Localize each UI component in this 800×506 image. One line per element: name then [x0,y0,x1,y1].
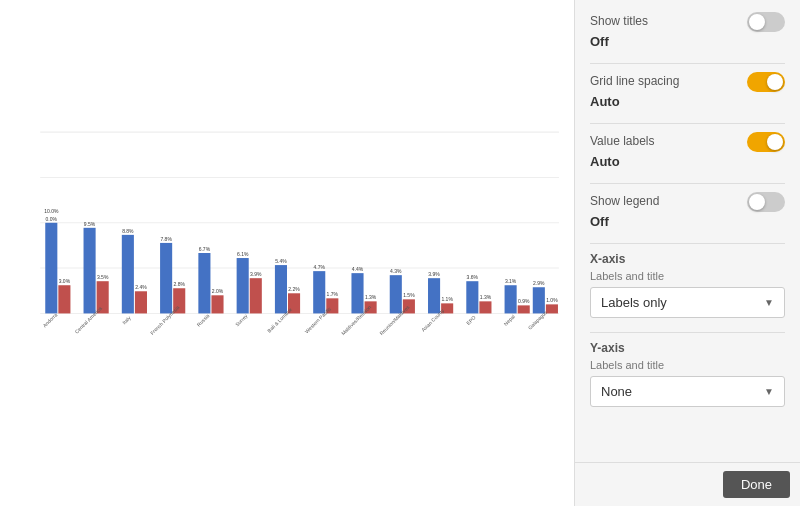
settings-panel: Show titles Off Grid line spacing Auto V… [575,0,800,506]
svg-text:1.3%: 1.3% [480,294,492,300]
svg-text:Italy: Italy [121,314,132,325]
svg-text:1.7%: 1.7% [327,291,339,297]
svg-text:3.6%: 3.6% [467,274,479,280]
svg-text:2.0%: 2.0% [212,288,224,294]
svg-rect-51 [390,275,402,313]
svg-text:10.0%: 10.0% [44,208,59,214]
show-legend-value: Off [590,214,785,229]
y-axis-sub-label: Labels and title [590,359,785,371]
svg-text:9.5%: 9.5% [84,221,96,227]
svg-rect-31 [237,258,249,313]
y-axis-section-label: Y-axis [590,341,785,355]
svg-text:4.7%: 4.7% [314,264,326,270]
svg-text:Surrey: Surrey [234,312,249,327]
value-labels-label: Value labels [590,134,655,148]
svg-rect-67 [518,305,530,313]
svg-text:3.9%: 3.9% [428,271,440,277]
done-button-area: Done [575,462,800,506]
svg-text:3.5%: 3.5% [97,274,109,280]
show-titles-setting: Show titles Off [590,12,785,49]
divider-4 [590,243,785,244]
svg-text:Russia: Russia [195,312,210,327]
x-axis-dropdown-container: Labels only ▼ [590,287,785,318]
divider-3 [590,183,785,184]
grid-line-spacing-setting: Grid line spacing Auto [590,72,785,109]
x-axis-chevron-down-icon: ▼ [764,297,774,308]
svg-text:6.1%: 6.1% [237,251,249,257]
svg-text:6.7%: 6.7% [199,246,211,252]
svg-text:1.1%: 1.1% [441,296,453,302]
grid-line-spacing-value: Auto [590,94,785,109]
svg-rect-56 [428,278,440,313]
svg-text:2.2%: 2.2% [288,286,300,292]
svg-text:4.4%: 4.4% [352,266,364,272]
x-axis-dropdown[interactable]: Labels only ▼ [590,287,785,318]
svg-rect-11 [84,228,96,314]
svg-text:7.8%: 7.8% [160,236,172,242]
y-axis-selected-value: None [601,384,632,399]
svg-text:Andorra: Andorra [41,312,58,329]
svg-text:EPO: EPO [465,314,477,326]
svg-text:2.9%: 2.9% [533,280,545,286]
svg-text:3.0%: 3.0% [59,278,71,284]
svg-text:8.8%: 8.8% [122,228,134,234]
svg-text:0.0%: 0.0% [46,216,58,222]
svg-rect-36 [275,265,287,313]
x-axis-selected-value: Labels only [601,295,667,310]
svg-text:2.4%: 2.4% [135,284,147,290]
svg-text:1.3%: 1.3% [365,294,377,300]
divider-2 [590,123,785,124]
svg-text:1.5%: 1.5% [403,292,415,298]
done-button[interactable]: Done [723,471,790,498]
svg-text:4.3%: 4.3% [390,268,402,274]
chart-area: 0.0% 10.0% 3.0% Andorra 9.5% 3.5% Centra… [0,0,575,506]
show-legend-setting: Show legend Off [590,192,785,229]
x-axis-sub-label: Labels and title [590,270,785,282]
svg-text:0.9%: 0.9% [518,298,530,304]
value-labels-value: Auto [590,154,785,169]
show-legend-label: Show legend [590,194,659,208]
x-axis-section-label: X-axis [590,252,785,266]
svg-rect-17 [135,291,147,313]
svg-rect-21 [160,243,172,314]
show-titles-value: Off [590,34,785,49]
svg-rect-26 [198,253,210,313]
svg-rect-46 [351,273,363,313]
svg-text:Nepal: Nepal [502,313,516,327]
grid-line-spacing-toggle[interactable] [747,72,785,92]
svg-text:3.1%: 3.1% [505,278,517,284]
svg-rect-32 [250,278,262,313]
svg-rect-5 [45,223,57,314]
svg-rect-41 [313,271,325,313]
x-axis-setting: X-axis Labels and title Labels only ▼ [590,252,785,318]
value-labels-toggle[interactable] [747,132,785,152]
divider-1 [590,63,785,64]
svg-rect-16 [122,235,134,314]
svg-text:5.4%: 5.4% [275,258,287,264]
divider-5 [590,332,785,333]
y-axis-chevron-down-icon: ▼ [764,386,774,397]
show-legend-toggle[interactable] [747,192,785,212]
show-titles-label: Show titles [590,14,648,28]
svg-rect-72 [546,304,558,313]
svg-rect-27 [211,295,223,313]
bar-chart: 0.0% 10.0% 3.0% Andorra 9.5% 3.5% Centra… [10,20,564,486]
show-titles-toggle[interactable] [747,12,785,32]
svg-text:3.9%: 3.9% [250,271,262,277]
y-axis-setting: Y-axis Labels and title None ▼ [590,341,785,407]
svg-text:2.8%: 2.8% [174,281,186,287]
svg-text:1.0%: 1.0% [546,297,558,303]
y-axis-dropdown[interactable]: None ▼ [590,376,785,407]
svg-rect-66 [505,285,517,313]
svg-rect-62 [479,301,491,313]
grid-line-spacing-label: Grid line spacing [590,74,679,88]
svg-rect-6 [58,285,70,313]
value-labels-setting: Value labels Auto [590,132,785,169]
y-axis-dropdown-container: None ▼ [590,376,785,407]
svg-rect-61 [466,281,478,313]
